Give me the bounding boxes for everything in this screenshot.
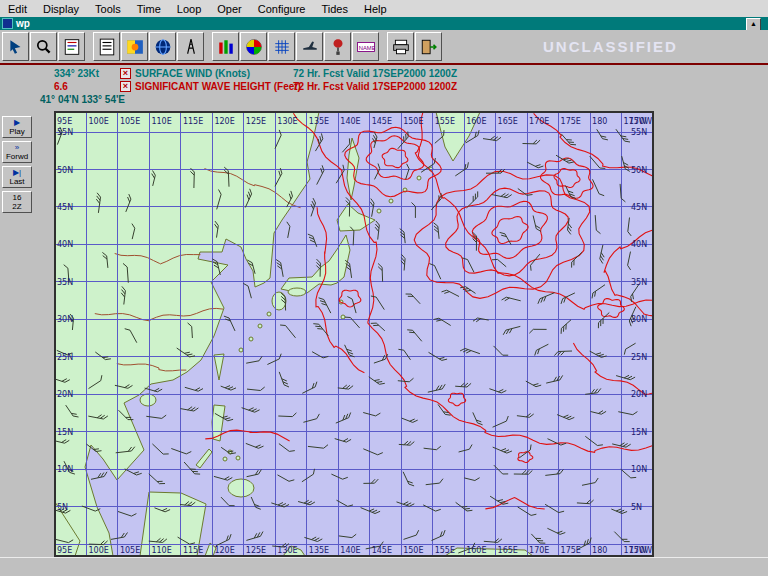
svg-text:170W: 170W bbox=[629, 546, 652, 555]
menu-item-loop[interactable]: Loop bbox=[169, 3, 209, 15]
svg-text:150E: 150E bbox=[403, 546, 423, 555]
svg-text:15N: 15N bbox=[631, 428, 647, 437]
svg-text:45N: 45N bbox=[57, 203, 73, 212]
wave-valid-time: 72 Hr. Fcst Valid 17SEP2000 1200Z bbox=[293, 81, 457, 92]
svg-text:120E: 120E bbox=[214, 546, 234, 555]
wind-layer-checkbox[interactable] bbox=[120, 68, 131, 79]
svg-text:115E: 115E bbox=[183, 546, 203, 555]
animation-sidebar: ▶Play»Forwd▶|Last162Z bbox=[2, 116, 32, 213]
status-bar bbox=[0, 557, 768, 576]
menu-item-oper[interactable]: Oper bbox=[209, 3, 249, 15]
pointer-tool-button[interactable] bbox=[2, 32, 29, 61]
wind-legend-row: 334° 23Kt SURFACE WIND (Knots) 72 Hr. Fc… bbox=[0, 68, 768, 80]
text-products-button[interactable] bbox=[93, 32, 120, 61]
svg-text:180: 180 bbox=[592, 117, 607, 126]
wave-layer-label: SIGNIFICANT WAVE HEIGHT (Feet) bbox=[135, 81, 301, 92]
sonde-button[interactable] bbox=[324, 32, 351, 61]
map-viewport[interactable]: 95E95E100E100E105E105E110E110E115E115E12… bbox=[54, 111, 654, 557]
window-icon bbox=[2, 18, 13, 29]
time-step-button-label: 2Z bbox=[12, 202, 21, 211]
wind-valid-time: 72 Hr. Fcst Valid 17SEP2000 1200Z bbox=[293, 68, 457, 79]
svg-text:120E: 120E bbox=[214, 117, 234, 126]
svg-text:45N: 45N bbox=[631, 203, 647, 212]
toolbar-separator bbox=[205, 33, 212, 60]
svg-text:105E: 105E bbox=[120, 546, 140, 555]
play-button-icon: ▶ bbox=[14, 118, 20, 127]
svg-text:115E: 115E bbox=[183, 117, 203, 126]
menu-item-configure[interactable]: Configure bbox=[250, 3, 314, 15]
wave-legend-row: 6.6 SIGNIFICANT WAVE HEIGHT (Feet) 72 Hr… bbox=[0, 81, 768, 93]
menu-item-time[interactable]: Time bbox=[129, 3, 169, 15]
exit-button[interactable] bbox=[415, 32, 442, 61]
rgb-bars-icon bbox=[217, 38, 235, 56]
weather-map[interactable]: 95E95E100E100E105E105E110E110E115E115E12… bbox=[55, 112, 653, 556]
svg-text:35N: 35N bbox=[57, 278, 73, 287]
svg-text:135E: 135E bbox=[309, 546, 329, 555]
aircraft-icon bbox=[301, 38, 319, 56]
svg-text:5N: 5N bbox=[631, 503, 642, 512]
svg-text:125E: 125E bbox=[246, 546, 266, 555]
print-button[interactable] bbox=[387, 32, 414, 61]
sonde-icon bbox=[329, 38, 347, 56]
svg-text:145E: 145E bbox=[372, 546, 392, 555]
name-icon: NAME bbox=[357, 38, 375, 56]
last-frame-button-label: Last bbox=[9, 177, 24, 186]
grid-overlay-button[interactable] bbox=[268, 32, 295, 61]
globe-projection-button[interactable] bbox=[149, 32, 176, 61]
menu-bar: EditDisplayToolsTimeLoopOperConfigureTid… bbox=[0, 0, 768, 18]
svg-text:10N: 10N bbox=[631, 465, 647, 474]
printer-icon bbox=[392, 38, 410, 56]
svg-text:30N: 30N bbox=[57, 315, 73, 324]
time-step-button[interactable]: 162Z bbox=[2, 191, 32, 213]
svg-text:30N: 30N bbox=[631, 315, 647, 324]
svg-text:25N: 25N bbox=[631, 353, 647, 362]
svg-text:95E: 95E bbox=[57, 546, 72, 555]
svg-text:110E: 110E bbox=[151, 546, 171, 555]
svg-text:20N: 20N bbox=[631, 390, 647, 399]
name-labels-button[interactable]: NAME bbox=[352, 32, 379, 61]
last-frame-button[interactable]: ▶|Last bbox=[2, 166, 32, 188]
zoom-tool-button[interactable] bbox=[30, 32, 57, 61]
bulletin-button[interactable] bbox=[58, 32, 85, 61]
svg-text:10N: 10N bbox=[57, 465, 73, 474]
play-button-label: Play bbox=[9, 127, 25, 136]
color-bars-button[interactable] bbox=[212, 32, 239, 61]
menu-item-tides[interactable]: Tides bbox=[313, 3, 356, 15]
exit-icon bbox=[420, 38, 438, 56]
map-background-button[interactable] bbox=[121, 32, 148, 61]
menu-item-tools[interactable]: Tools bbox=[87, 3, 129, 15]
menu-item-display[interactable]: Display bbox=[35, 3, 87, 15]
svg-text:105E: 105E bbox=[120, 117, 140, 126]
color-palette-button[interactable] bbox=[240, 32, 267, 61]
svg-text:135E: 135E bbox=[309, 117, 329, 126]
svg-text:180: 180 bbox=[592, 546, 607, 555]
palette-icon bbox=[245, 38, 263, 56]
grid-icon bbox=[273, 38, 291, 56]
list-icon bbox=[98, 38, 116, 56]
play-button[interactable]: ▶Play bbox=[2, 116, 32, 138]
aircraft-routes-button[interactable] bbox=[296, 32, 323, 61]
forward-button-label: Forwd bbox=[6, 152, 28, 161]
legend-panel: 334° 23Kt SURFACE WIND (Knots) 72 Hr. Fc… bbox=[0, 65, 768, 111]
map-sun-icon bbox=[126, 38, 144, 56]
zoom-icon bbox=[35, 38, 53, 56]
svg-text:20N: 20N bbox=[57, 390, 73, 399]
wave-readout: 6.6 bbox=[54, 81, 68, 92]
menu-item-help[interactable]: Help bbox=[356, 3, 395, 15]
cursor-position-readout: 41° 04'N 133° 54'E bbox=[40, 94, 125, 105]
svg-text:50N: 50N bbox=[57, 166, 73, 175]
svg-text:155E: 155E bbox=[435, 117, 455, 126]
menu-item-edit[interactable]: Edit bbox=[0, 3, 35, 15]
svg-text:160E: 160E bbox=[466, 117, 486, 126]
toolbar-separator bbox=[380, 33, 387, 60]
svg-text:5N: 5N bbox=[57, 503, 68, 512]
svg-text:40N: 40N bbox=[631, 240, 647, 249]
window-title-bar[interactable]: wp ▲ bbox=[0, 17, 768, 30]
svg-text:170E: 170E bbox=[529, 546, 549, 555]
tower-icon bbox=[182, 38, 200, 56]
bulletin-icon bbox=[63, 38, 81, 56]
station-tower-button[interactable] bbox=[177, 32, 204, 61]
forward-button[interactable]: »Forwd bbox=[2, 141, 32, 163]
svg-text:170E: 170E bbox=[529, 117, 549, 126]
wave-layer-checkbox[interactable] bbox=[120, 81, 131, 92]
